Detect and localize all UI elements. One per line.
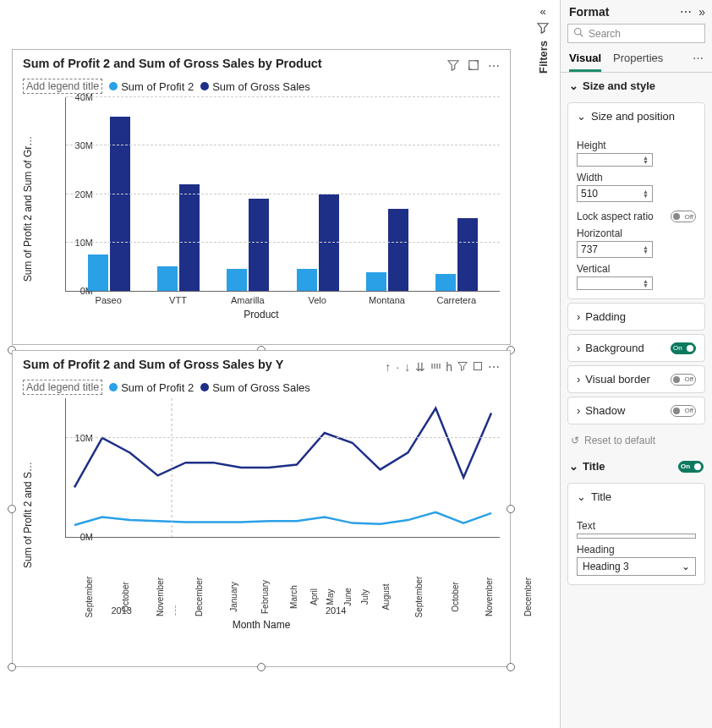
resize-handle[interactable] — [507, 505, 515, 513]
toggle-shadow[interactable]: Off — [671, 405, 696, 417]
card-title: ⌄ Title Text Heading Heading 3⌄ — [567, 483, 705, 585]
bar[interactable] — [366, 272, 386, 291]
card-background: › Background On — [567, 334, 705, 362]
bar-legend: Add legend title Sum of Profit 2 Sum of … — [23, 79, 500, 94]
chevron-down-icon: ⌄ — [569, 79, 578, 92]
spinner-icon[interactable]: ▲▼ — [643, 156, 649, 164]
resize-handle[interactable] — [257, 663, 266, 671]
card-header-shadow[interactable]: › Shadow Off — [568, 397, 704, 424]
more-options-icon[interactable]: ⋯ — [680, 5, 692, 19]
card-header-title[interactable]: ⌄ Title — [568, 484, 704, 510]
spinner-icon[interactable]: ▲▼ — [643, 245, 649, 254]
label-width: Width — [577, 172, 696, 183]
section-size-and-style[interactable]: ⌄ Size and style — [561, 73, 712, 99]
bar[interactable] — [227, 269, 247, 291]
tab-properties[interactable]: Properties — [613, 52, 663, 72]
focus-mode-icon[interactable] — [473, 360, 483, 374]
bar[interactable] — [157, 266, 178, 291]
search-placeholder: Search — [589, 28, 621, 40]
card-header-visual-border[interactable]: › Visual border Off — [568, 366, 704, 392]
more-options-icon[interactable]: ⋯ — [488, 59, 500, 74]
chevron-down-icon: ⌄ — [569, 460, 578, 473]
x-tick: Velo — [282, 292, 352, 305]
bar-group — [74, 97, 144, 291]
input-vertical[interactable]: ▲▼ — [577, 276, 653, 290]
filter-icon[interactable] — [447, 59, 459, 74]
drill-down-icon[interactable]: ↓ — [404, 360, 410, 374]
filters-pane-collapsed[interactable]: « Filters — [533, 5, 553, 74]
bar[interactable] — [179, 184, 200, 291]
bar[interactable] — [435, 274, 456, 291]
drill-mode-icon[interactable]: · — [396, 360, 399, 374]
label-vertical: Vertical — [577, 263, 696, 275]
format-search-input[interactable]: Search — [567, 24, 705, 43]
next-level-icon[interactable]: ⇊ — [415, 360, 425, 374]
legend-label: Sum of Profit 2 — [121, 381, 194, 394]
card-header-size-position[interactable]: ⌄ Size and position — [568, 103, 704, 129]
card-shadow: › Shadow Off — [567, 397, 705, 424]
input-width[interactable]: 510▲▼ — [577, 185, 653, 202]
chevron-right-icon: › — [577, 310, 580, 323]
bar[interactable] — [88, 255, 108, 291]
spinner-icon[interactable]: ▲▼ — [643, 189, 649, 198]
dropdown-heading[interactable]: Heading 3⌄ — [577, 557, 696, 576]
line-chart-visual[interactable]: Sum of Profit 2 and Sum of Gross Sales b… — [12, 350, 511, 667]
input-horizontal[interactable]: 737▲▼ — [577, 241, 653, 258]
section-title[interactable]: ⌄ Title On — [561, 453, 712, 479]
label-height: Height — [577, 140, 696, 151]
x-tick: Montana — [352, 292, 421, 305]
focus-mode-icon[interactable] — [468, 59, 479, 74]
legend-title-placeholder[interactable]: Add legend title — [23, 380, 102, 395]
gridline — [66, 437, 500, 438]
svg-rect-0 — [469, 60, 479, 69]
bar-chart-visual[interactable]: Sum of Profit 2 and Sum of Gross Sales b… — [12, 49, 511, 345]
tabs-overflow-icon[interactable]: ⋯ — [693, 52, 704, 72]
line-series[interactable] — [74, 512, 491, 525]
more-options-icon[interactable]: ⋯ — [488, 360, 500, 374]
expand-pane-icon[interactable]: » — [698, 5, 705, 19]
x-tick: December — [502, 577, 553, 616]
bar[interactable] — [388, 209, 408, 291]
tab-visual[interactable]: Visual — [569, 52, 601, 72]
expand-down-icon[interactable] — [430, 360, 441, 374]
bar-visual-title: Sum of Profit 2 and Sum of Gross Sales b… — [23, 57, 322, 70]
bar[interactable] — [249, 199, 269, 291]
line-series[interactable] — [74, 408, 491, 488]
reset-icon: ↺ — [571, 435, 579, 446]
legend-swatch-profit — [109, 82, 118, 90]
input-height[interactable]: ▲▼ — [577, 153, 653, 167]
resize-handle[interactable] — [8, 505, 16, 513]
card-header-background[interactable]: › Background On — [568, 335, 704, 361]
legend-label: Sum of Gross Sales — [212, 80, 310, 93]
line-legend: Add legend title Sum of Profit 2 Sum of … — [23, 380, 500, 395]
bar[interactable] — [110, 117, 130, 291]
bar-group — [353, 97, 422, 291]
toggle-visual-border[interactable]: Off — [671, 374, 696, 386]
x-tick: VTT — [143, 292, 212, 305]
spinner-icon[interactable]: ▲▼ — [643, 279, 649, 287]
toggle-lock-aspect[interactable]: Off — [671, 211, 696, 222]
toggle-title[interactable]: On — [678, 461, 704, 473]
input-title-text[interactable] — [577, 534, 696, 539]
card-header-padding[interactable]: › Padding — [568, 304, 704, 330]
bar-group — [422, 97, 491, 291]
filter-icon[interactable] — [457, 360, 468, 374]
reset-to-default[interactable]: ↺ Reset to default — [561, 428, 712, 453]
filter-icon — [535, 22, 550, 34]
resize-handle[interactable] — [507, 663, 515, 671]
toggle-background[interactable]: On — [671, 342, 696, 354]
bar[interactable] — [457, 218, 478, 291]
report-canvas[interactable]: Sum of Profit 2 and Sum of Gross Sales b… — [0, 0, 529, 728]
chevron-right-icon: › — [577, 373, 580, 386]
bar-group — [283, 97, 353, 291]
bar-y-axis-label: Sum of Profit 2 and Sum of Gr… — [22, 136, 34, 282]
resize-handle[interactable] — [8, 663, 16, 671]
drill-up-icon[interactable]: ↑ — [385, 360, 391, 374]
label-lock-aspect: Lock aspect ratio — [577, 211, 654, 222]
legend-swatch-gross — [200, 383, 209, 391]
expand-filters-icon[interactable]: « — [535, 5, 550, 17]
bar[interactable] — [297, 269, 317, 291]
bar[interactable] — [319, 194, 339, 292]
hierarchy-icon[interactable]: h — [446, 360, 452, 374]
svg-point-3 — [575, 29, 582, 36]
